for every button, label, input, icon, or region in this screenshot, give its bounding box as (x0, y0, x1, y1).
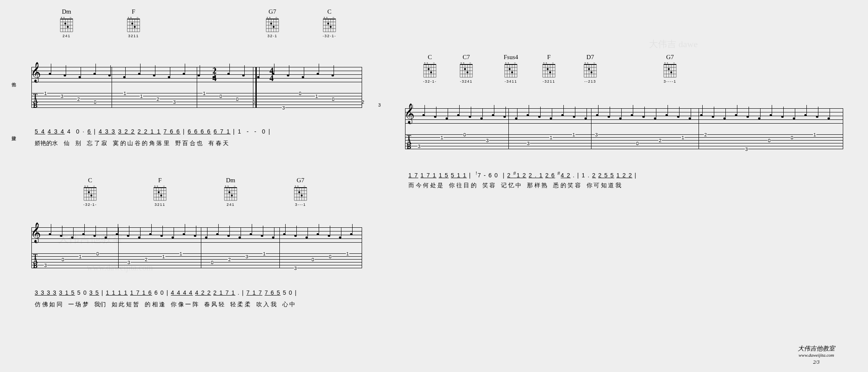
notehead-icon (250, 233, 252, 235)
chord-diagram: Dm xxo 241 (223, 177, 238, 207)
svg-point-27 (131, 23, 134, 25)
notehead-icon (689, 117, 691, 119)
tab-fret: 2 (228, 257, 231, 262)
svg-text:x: x (505, 62, 507, 64)
tab-fret: 3 (294, 266, 297, 271)
tab-fret: 0 (210, 260, 214, 265)
tab-fret: 1 (179, 251, 183, 256)
notehead-icon (305, 236, 308, 238)
tab-fret: 1 (315, 94, 318, 99)
tab-fret: 1 (79, 254, 82, 259)
tab-fret: 2 (145, 257, 148, 262)
chord-diagram: D7 xxo --213 (583, 54, 598, 83)
svg-point-60 (330, 26, 332, 28)
notehead-icon (153, 74, 155, 76)
notehead-icon (654, 117, 656, 119)
notehead-icon (64, 74, 66, 76)
svg-text:x: x (157, 185, 158, 188)
chord-name: Dm (223, 177, 238, 184)
notehead-icon (793, 117, 795, 119)
notehead-icon (183, 233, 185, 235)
treble-clef-icon: 𝄞 (404, 103, 415, 123)
tab-clef-icon: TAB (33, 94, 38, 107)
notehead-icon (138, 73, 141, 75)
tab-fret: 1 (813, 132, 816, 137)
system-2: C xxo -32-1-F xxo 3211Dm xxo 241G7 xxo 3… (19, 177, 362, 326)
chord-grid-icon: xxo (223, 185, 238, 202)
treble-clef-icon: 𝄞 (31, 222, 41, 242)
notehead-icon (608, 116, 610, 118)
notehead-icon (723, 117, 726, 119)
svg-text:x: x (664, 62, 666, 64)
chord-name: D7 (583, 54, 598, 61)
lyric-segment: 吹 入 我 (256, 301, 277, 308)
lyric-segment: 野 百 合 也 (175, 140, 203, 147)
jianpu-row-3: 1 7 1 7 1 1 5 5 1 1 | !7 - 6 0 | 2 #1 2 … (408, 170, 637, 179)
svg-point-203 (588, 68, 590, 70)
notehead-icon (198, 74, 200, 76)
chord-name: Fsus4 (503, 54, 518, 61)
footer: 大伟吉他教室 www.daweijita.com 2/3 (798, 345, 835, 365)
chord-name: G7 (265, 8, 280, 15)
svg-point-92 (160, 195, 162, 197)
jianpu-row-1: 5 4 4 3 4 4 0 · 6 | 4 3 3 3 2 2 2 2 1 1 … (35, 128, 271, 135)
svg-point-44 (273, 26, 275, 28)
notehead-icon (619, 117, 622, 119)
chord-name: F (541, 54, 556, 61)
notehead-icon (642, 116, 645, 118)
tab-staff: TAB 3010321102313001 (31, 253, 362, 268)
notehead-icon (827, 117, 830, 119)
chord-diagram: Fsus4 xxo -3411 (503, 54, 518, 83)
svg-text:x: x (130, 16, 132, 19)
notehead-icon (49, 73, 51, 75)
svg-point-107 (229, 191, 231, 193)
svg-point-12 (67, 26, 69, 28)
notehead-icon (339, 236, 341, 238)
notehead-icon (108, 74, 111, 76)
svg-point-187 (547, 68, 549, 70)
lyric-segment: 别 (75, 140, 81, 147)
tab-fret: 2 (156, 97, 160, 102)
lyric-segment: 忘 了 寂 (87, 140, 107, 147)
notehead-icon (287, 74, 289, 76)
chord-name: G7 (293, 177, 308, 184)
svg-text:x: x (463, 62, 465, 64)
chord-diagram: F xxo 3211 (126, 8, 141, 38)
chord-diagram: F xxo -3211 (541, 54, 556, 83)
lyric-segment: 春 风 轻 (204, 301, 224, 308)
svg-text:x: x (128, 16, 129, 19)
svg-text:o: o (594, 62, 595, 64)
chord-diagram: G7 xxo 3---1 (293, 177, 308, 207)
tab-fret: 1 (440, 135, 444, 140)
tab-fret: 3 (44, 263, 47, 268)
svg-text:x: x (297, 185, 299, 188)
chord-fingering: -3211 (541, 79, 556, 83)
lyric-segment: 的 相 逢 (145, 301, 165, 308)
chord-grid-icon: xxo (422, 62, 437, 79)
svg-text:o: o (433, 62, 435, 64)
tab-fret: 2 (658, 138, 662, 143)
chord-grid-icon: xxo (293, 185, 308, 202)
lyric-segment: 悉 的 笑 容 (553, 182, 581, 189)
notehead-icon (283, 233, 286, 235)
chord-grid-icon: xxo (265, 16, 280, 33)
notehead-icon (781, 116, 784, 118)
lyrics-row-1: 娇艳的水仙别忘 了 寂寞 的 山 谷 的 角 落 里野 百 合 也有 春 天 (35, 140, 234, 147)
tab-fret: 3 (60, 94, 64, 99)
tab-fret: 0 (636, 141, 639, 146)
treble-clef-icon: 𝄞 (31, 62, 41, 82)
svg-text:x: x (87, 185, 88, 188)
svg-text:x: x (424, 62, 426, 64)
notehead-icon (227, 235, 230, 237)
notehead-icon (49, 233, 51, 235)
tab-fret: 1 (262, 251, 266, 256)
notehead-icon (317, 73, 319, 75)
tab-fret: 0 (331, 97, 335, 102)
svg-text:o: o (137, 16, 138, 19)
notehead-icon (422, 114, 425, 116)
chord-fingering: 3----1 (663, 79, 677, 83)
svg-text:x: x (460, 62, 462, 64)
svg-text:x: x (427, 62, 428, 64)
tab-fret: 3 (282, 105, 285, 110)
svg-text:o: o (304, 185, 305, 188)
